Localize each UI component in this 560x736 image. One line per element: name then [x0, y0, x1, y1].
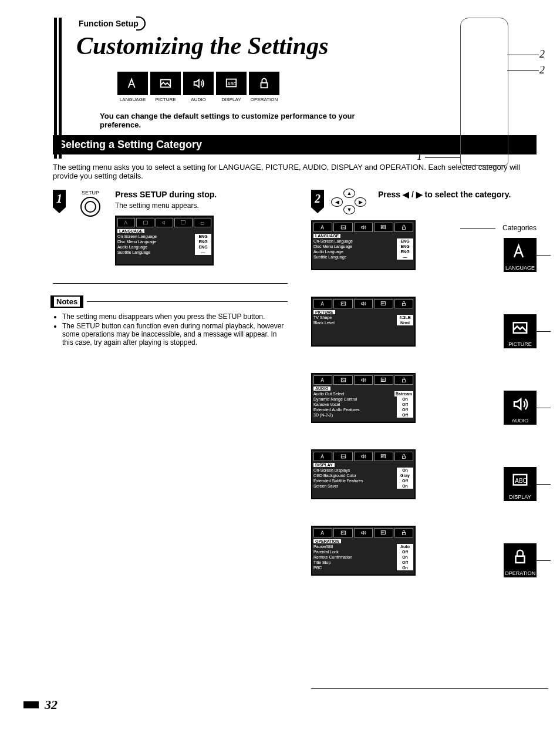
- notes-list: The setting menu disappears when you pre…: [53, 312, 288, 347]
- osd-row: Remote ConfirmationOn: [313, 554, 413, 560]
- svg-rect-19: [402, 380, 405, 382]
- svg-text:ABC: ABC: [382, 303, 386, 305]
- left-double-rule: [54, 18, 62, 159]
- category-osd: ABCAUDIOAudio Out SelectBstreamDynamic R…: [311, 373, 416, 423]
- category-osd: ABCOPERATIONPause/StillAutoParental Lock…: [311, 526, 416, 576]
- category-icon-operation: OPERATION: [504, 543, 537, 577]
- step-1-title: Press SETUP during stop.: [115, 190, 217, 199]
- category-icon-audio: AUDIO: [504, 391, 537, 425]
- osd-row: Screen SaverOn: [313, 483, 413, 489]
- osd-row: Disc Menu LanguageENG: [313, 244, 413, 249]
- osd-row: Karaoke VocalOff: [313, 402, 413, 407]
- audio-icon: AUDIO: [183, 72, 214, 95]
- osd-row: Extended Audio FeaturesOff: [313, 407, 413, 412]
- category-icon-display: ABCDISPLAY: [504, 467, 537, 501]
- osd-row: Black LevelNrml: [313, 320, 413, 325]
- category-icon-language: LANGUAGE: [504, 238, 537, 272]
- osd-row: On-Screen DisplaysOn: [313, 468, 413, 473]
- osd-row: Disc Menu LanguageENG: [117, 239, 211, 244]
- step-2-title: Press ◀ / ▶ to select the category.: [378, 190, 511, 199]
- bottom-rule: [311, 688, 548, 689]
- osd-row: TV Shape4:3LB: [313, 315, 413, 320]
- note-item: The SETUP button can function even durin…: [62, 322, 288, 347]
- remote-callout-1: 1: [417, 150, 422, 163]
- svg-rect-23: [402, 456, 405, 459]
- setup-button-label: SETUP: [73, 190, 108, 196]
- svg-rect-6: [201, 223, 204, 225]
- section-tag: Function Setup: [76, 18, 146, 29]
- note-item: The setting menu disappears when you pre…: [62, 312, 288, 321]
- step-1-badge: 1: [53, 190, 66, 207]
- category-osd: ABCPICTURETV Shape4:3LBBlack LevelNrml: [311, 297, 416, 347]
- svg-rect-5: [181, 221, 186, 224]
- remote-illustration: 2 2 1: [425, 18, 542, 170]
- osd-row: On-Screen LanguageENG: [117, 234, 211, 239]
- display-icon: ABC DISPLAY: [216, 72, 247, 95]
- svg-rect-14: [402, 304, 405, 306]
- osd-row: 3D (N-2-2)Off: [313, 412, 413, 418]
- category-icon-picture: PICTURE: [504, 314, 537, 348]
- step-2-badge: 2: [311, 190, 324, 207]
- svg-rect-4: [143, 221, 148, 224]
- osd-row: Dynamic Range ControlOn: [313, 396, 413, 402]
- osd-row: Extended Subtitle FeaturesOff: [313, 478, 413, 483]
- svg-rect-10: [402, 227, 405, 230]
- svg-rect-29: [402, 533, 405, 535]
- svg-text:ABC: ABC: [228, 81, 237, 86]
- category-block: ABCLANGUAGEOn-Screen LanguageENGDisc Men…: [311, 220, 537, 291]
- osd-row: Pause/StillAuto: [313, 544, 413, 549]
- category-osd: ABCLANGUAGEOn-Screen LanguageENGDisc Men…: [311, 220, 416, 270]
- osd-row: Audio Out SelectBstream: [313, 391, 413, 396]
- language-icon: LANGUAGE: [117, 72, 148, 95]
- setup-button-icon: [80, 197, 100, 217]
- osd-row: PBCOn: [313, 565, 413, 570]
- svg-rect-30: [516, 556, 525, 563]
- remote-callout-2a: 2: [539, 48, 545, 61]
- svg-text:ABC: ABC: [382, 455, 386, 458]
- svg-text:ABC: ABC: [382, 226, 386, 228]
- category-block: ABCAUDIOAudio Out SelectBstreamDynamic R…: [311, 373, 537, 443]
- category-osd: ABCDISPLAYOn-Screen DisplaysOnOSD Backgr…: [311, 449, 416, 499]
- osd-row: OSD Background ColorGray: [313, 473, 413, 478]
- remote-callout-2b: 2: [539, 64, 545, 76]
- svg-text:ABC: ABC: [382, 532, 386, 534]
- picture-icon: PICTURE: [150, 72, 181, 95]
- osd-row: Audio LanguageENG: [313, 249, 413, 254]
- svg-text:ABC: ABC: [382, 379, 386, 381]
- category-block: ABCDISPLAYOn-Screen DisplaysOnOSD Backgr…: [311, 449, 537, 520]
- operation-icon: OPERATION: [249, 72, 279, 95]
- osd-row: Subtitle Language—: [313, 254, 413, 260]
- osd-row: Subtitle Language—: [117, 250, 211, 255]
- intro-text: You can change the default settings to c…: [100, 112, 382, 129]
- osd-row: Audio LanguageENG: [117, 244, 211, 250]
- osd-row: On-Screen LanguageENG: [313, 238, 413, 244]
- dpad-icon: ▲ ▼ ◀ ▶: [331, 190, 366, 213]
- step-1-osd: LANGUAGE On-Screen LanguageENGDisc Menu …: [115, 216, 214, 266]
- svg-text:ABC: ABC: [515, 478, 527, 484]
- notes-label: Notes: [53, 295, 81, 308]
- page-number: 32: [23, 697, 58, 713]
- step-1-sub: The setting menu appears.: [115, 201, 217, 210]
- svg-rect-3: [261, 83, 268, 88]
- category-block: ABCOPERATIONPause/StillAutoParental Lock…: [311, 526, 537, 596]
- osd-row: Parental LockOff: [313, 549, 413, 554]
- category-block: ABCPICTURETV Shape4:3LBBlack LevelNrmlPI…: [311, 297, 537, 367]
- osd-row: Title StopOff: [313, 560, 413, 565]
